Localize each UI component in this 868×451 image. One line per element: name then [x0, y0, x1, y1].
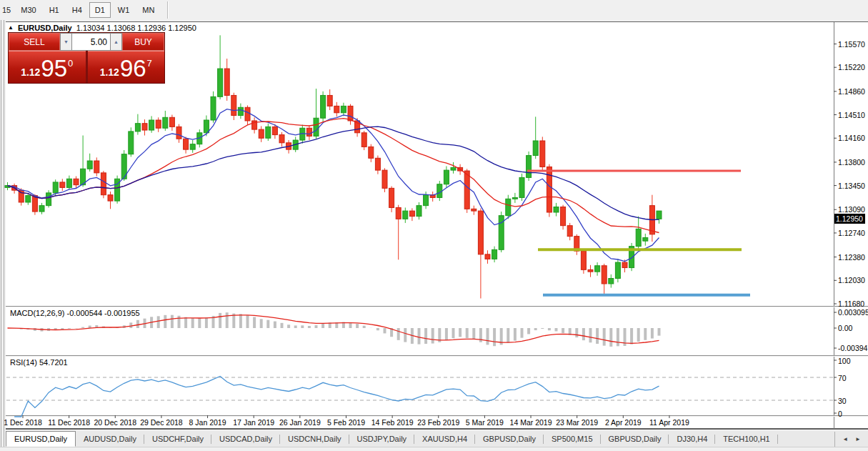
chart-tabs-bar: EURUSD,DailyAUDUSD,DailyUSDCHF,DailyUSDC…: [6, 431, 868, 447]
sell-price-big-digits: 95: [41, 56, 67, 80]
tab-usdjpy-daily[interactable]: USDJPY,Daily: [349, 432, 415, 447]
candle-body: [416, 206, 421, 217]
candle-body: [32, 196, 37, 212]
candle-body: [272, 127, 277, 134]
price-axis-label: 1.12740: [838, 229, 865, 237]
candle-body: [424, 195, 429, 206]
candle-body: [389, 188, 394, 207]
buy-price-big-digits: 96: [120, 56, 146, 80]
candle-body: [66, 179, 71, 187]
tab-xauusd-h4[interactable]: XAUUSD,H4: [414, 432, 475, 447]
macd-label-row: MACD(12,26,9) -0.000544 -0.001955: [10, 309, 140, 317]
volume-decrease-button[interactable]: ▼: [60, 33, 72, 51]
date-axis-label: 11 Apr 2019: [649, 418, 689, 427]
candle-body: [547, 167, 552, 212]
tab-dj30-h4[interactable]: DJ30,H4: [669, 432, 715, 447]
buy-button[interactable]: BUY: [122, 33, 164, 51]
candle-body: [149, 120, 154, 130]
date-axis-label: 23 Feb 2019: [417, 418, 459, 427]
candle-body: [169, 117, 174, 127]
price-axis-label: 1.11680: [838, 299, 864, 308]
price-axis-label: 1.13090: [838, 205, 865, 214]
chevron-down-icon: ▼: [64, 39, 69, 44]
tab-audusd-daily[interactable]: AUDUSD,Daily: [76, 432, 144, 447]
candle-body: [163, 117, 168, 128]
price-axis-label: 1.14160: [838, 134, 865, 142]
tab-eurusd-daily[interactable]: EURUSD,Daily: [6, 431, 76, 447]
sell-button[interactable]: SELL: [9, 33, 60, 51]
tab-scroll-right-icon[interactable]: ►: [855, 436, 861, 442]
candle-body: [643, 237, 648, 241]
price-axis-label: 1.13450: [838, 182, 865, 190]
candle-body: [492, 249, 497, 259]
tab-usdchf-daily[interactable]: USDCHF,Daily: [144, 432, 211, 447]
candle-body: [39, 206, 44, 212]
date-axis-label: 11 Dec 2018: [48, 418, 90, 427]
collapse-arrow-icon[interactable]: ▲: [8, 24, 14, 31]
tab-tech100-h1[interactable]: TECH100,H1: [715, 432, 777, 447]
price-axis-label: 1.15570: [838, 40, 865, 49]
tab-gbpusd-daily[interactable]: GBPUSD,Daily: [601, 432, 669, 447]
tab-usdcad-daily[interactable]: USDCAD,Daily: [211, 432, 280, 447]
volume-input[interactable]: 5.00: [72, 33, 110, 51]
candle-body: [245, 107, 250, 121]
rsi-indicator-value: 54.7201: [39, 358, 68, 367]
tab-sp500-m15[interactable]: SP500,M15: [544, 432, 600, 447]
candle-body: [327, 95, 332, 106]
candle-body: [231, 95, 236, 115]
candle-body: [581, 251, 586, 269]
candle-body: [129, 132, 134, 154]
tab-scroll-arrows: ◄►: [834, 432, 868, 447]
chart-title: ▲ EURUSD,Daily 1.13034 1.13068 1.12936 1…: [8, 24, 196, 32]
candle-body: [87, 161, 92, 169]
candle-body: [472, 209, 477, 211]
price-axis-label: 1.13800: [838, 158, 865, 167]
macd-axis-label: -0.003947: [838, 344, 868, 352]
date-axis-label: 26 Jan 2019: [279, 418, 321, 427]
candle-body: [60, 182, 65, 187]
volume-increase-button[interactable]: ▲: [110, 33, 122, 51]
candle-body: [437, 184, 442, 198]
candle-body: [224, 69, 229, 95]
candle-body: [615, 262, 620, 278]
candle-body: [101, 173, 106, 195]
price-axis-label: 1.14510: [838, 111, 865, 119]
candle-body: [74, 179, 79, 184]
macd-indicator-label: MACD(12,26,9): [10, 309, 64, 317]
date-axis-label: 8 Jan 2019: [189, 418, 226, 427]
candle-body: [321, 95, 326, 118]
candle-body: [184, 139, 189, 149]
candle-body: [375, 158, 380, 170]
candle-body: [348, 106, 353, 121]
date-axis-label: 1 Dec 2018: [4, 418, 42, 427]
rsi-indicator-label: RSI(14): [10, 358, 37, 367]
rsi-axis-label: 70: [838, 374, 847, 382]
rsi-label-row: RSI(14) 54.7201: [10, 358, 68, 367]
candle-body: [108, 195, 113, 201]
date-axis-label: 5 Feb 2019: [327, 418, 365, 427]
candle-body: [409, 211, 414, 216]
buy-price-button[interactable]: 1.12 96 7: [88, 51, 165, 83]
candle-body: [211, 96, 216, 120]
sell-price-prefix: 1.12: [21, 66, 40, 78]
candle-body: [444, 170, 449, 184]
chevron-up-icon: ▲: [114, 39, 119, 44]
candle-body: [485, 254, 490, 259]
candle-body: [142, 124, 147, 130]
tab-usdcnh-daily[interactable]: USDCNH,Daily: [280, 432, 349, 447]
candle-body: [382, 170, 387, 188]
sell-price-pipette: 0: [68, 58, 73, 69]
buy-price-pipette: 7: [147, 58, 152, 69]
candle-body: [561, 207, 566, 226]
candle-body: [361, 133, 366, 147]
tab-gbpusd-daily[interactable]: GBPUSD,Daily: [475, 432, 544, 447]
trading-terminal-window: 15M30H1H4D1W1MN ▲ EURUSD,Daily 1.13034 1…: [0, 0, 868, 451]
candle-body: [567, 226, 572, 237]
price-axis-label: 1.12380: [838, 253, 865, 262]
tab-scroll-left-icon[interactable]: ◄: [842, 436, 848, 442]
date-axis-label: 17 Jan 2019: [233, 418, 274, 427]
sell-price-button[interactable]: 1.12 95 0: [9, 51, 86, 83]
candle-body: [259, 129, 264, 138]
candle-body: [306, 128, 311, 136]
rsi-axis-label: 0: [838, 410, 842, 418]
